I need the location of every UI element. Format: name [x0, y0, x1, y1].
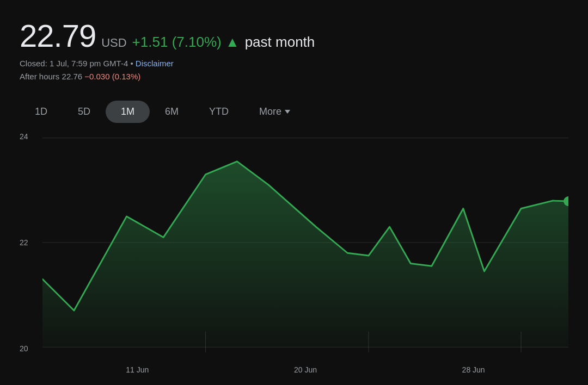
price-currency: USD [101, 36, 126, 50]
time-btn-1m[interactable]: 1M [106, 101, 150, 123]
time-btn-more[interactable]: More [244, 101, 305, 123]
main-container: 22.79 USD +1.51 (7.10%) ▲ past month Clo… [0, 0, 588, 385]
time-btn-6m[interactable]: 6M [150, 101, 194, 123]
chart-svg [42, 133, 568, 352]
after-hours-change: −0.030 (0.13%) [84, 72, 140, 81]
y-label-22: 22 [20, 239, 28, 246]
time-btn-5d[interactable]: 5D [63, 101, 106, 123]
bullet-separator: • [130, 59, 133, 68]
price-value: 22.79 [20, 17, 96, 54]
time-selector: 1D 5D 1M 6M YTD More [20, 101, 568, 127]
price-period: past month [245, 34, 315, 51]
chart-container: 24 22 20 [20, 133, 568, 374]
more-label: More [259, 106, 281, 117]
price-main: 22.79 USD +1.51 (7.10%) ▲ past month [20, 17, 568, 54]
chart-fill [42, 162, 568, 347]
x-axis: 11 Jun 20 Jun 28 Jun [42, 365, 568, 374]
change-amount: +1.51 [132, 34, 168, 50]
chart-area: 24 22 20 [20, 133, 568, 374]
y-axis: 24 22 20 [20, 133, 28, 352]
disclaimer-link[interactable]: Disclaimer [136, 59, 174, 68]
y-label-20: 20 [20, 345, 28, 352]
change-arrow: ▲ [225, 34, 240, 50]
price-change: +1.51 (7.10%) ▲ [132, 34, 240, 51]
x-label-28jun: 28 Jun [462, 365, 485, 374]
price-meta: Closed: 1 Jul, 7:59 pm GMT-4 • Disclaime… [20, 57, 568, 83]
price-section: 22.79 USD +1.51 (7.10%) ▲ past month Clo… [20, 17, 568, 83]
x-label-11jun: 11 Jun [126, 365, 149, 374]
closed-label: Closed: 1 Jul, 7:59 pm GMT-4 [20, 59, 128, 68]
x-label-20jun: 20 Jun [294, 365, 317, 374]
chevron-down-icon [285, 110, 290, 114]
y-label-24: 24 [20, 133, 28, 140]
time-btn-1d[interactable]: 1D [20, 101, 63, 123]
time-btn-ytd[interactable]: YTD [194, 101, 244, 123]
after-hours-label: After hours 22.76 [20, 72, 82, 81]
change-percent: (7.10%) [172, 34, 222, 50]
